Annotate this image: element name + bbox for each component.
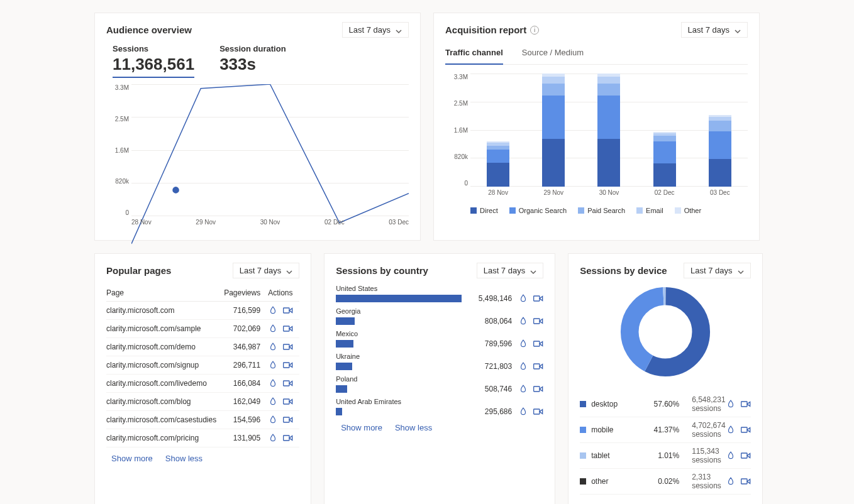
color-swatch: [580, 452, 586, 459]
tab[interactable]: Source / Medium: [522, 44, 584, 64]
legend-item: Organic Search: [509, 207, 567, 214]
heatmap-icon[interactable]: [518, 339, 528, 349]
chevron-down-icon: [530, 268, 536, 274]
range-label: Last 7 days: [688, 25, 730, 35]
heatmap-icon[interactable]: [518, 384, 528, 394]
range-label: Last 7 days: [690, 266, 733, 275]
chevron-down-icon: [738, 268, 744, 274]
svg-rect-22: [741, 479, 746, 484]
heatmap-icon[interactable]: [518, 316, 528, 326]
recordings-icon[interactable]: [533, 407, 543, 417]
svg-rect-11: [534, 341, 540, 346]
device-row: mobile 41.37% 4,702,674 sessions: [580, 417, 750, 443]
country-row: Poland 508,746: [336, 375, 543, 394]
kpi-tab[interactable]: Session duration333s: [219, 44, 286, 78]
svg-rect-14: [534, 409, 540, 414]
device-row: tablet 1.01% 115,343 sessions: [580, 443, 750, 469]
svg-rect-13: [534, 386, 540, 392]
recordings-icon[interactable]: [533, 384, 543, 394]
recordings-icon[interactable]: [283, 397, 293, 407]
color-swatch: [580, 401, 586, 407]
svg-rect-19: [741, 402, 746, 407]
info-icon[interactable]: i: [530, 26, 539, 35]
kpi-tab[interactable]: Sessions11,368,561: [113, 44, 194, 78]
chevron-down-icon: [735, 27, 741, 33]
legend-item: Direct: [470, 207, 498, 214]
show-more-link[interactable]: Show more: [341, 423, 382, 432]
recordings-icon[interactable]: [283, 360, 293, 370]
recordings-icon[interactable]: [741, 399, 751, 409]
heatmap-icon[interactable]: [726, 451, 736, 461]
bar-column: [487, 141, 509, 187]
svg-rect-9: [534, 296, 540, 301]
recordings-icon[interactable]: [533, 339, 543, 349]
recordings-icon[interactable]: [741, 451, 751, 461]
svg-rect-8: [284, 436, 289, 441]
range-label: Last 7 days: [484, 266, 526, 275]
tab[interactable]: Traffic channel: [445, 44, 503, 65]
country-row: United Arab Emirates 295,686: [336, 398, 543, 417]
svg-rect-6: [284, 399, 289, 404]
color-swatch: [580, 478, 586, 485]
legend-item: Other: [675, 207, 702, 214]
card-title: Acquisition report i: [445, 25, 539, 35]
recordings-icon[interactable]: [283, 433, 293, 443]
recordings-icon[interactable]: [533, 316, 543, 326]
sessions-by-device-card: Sessions by device Last 7 days desktop 5…: [568, 253, 762, 504]
bar-column: [597, 74, 620, 187]
legend-item: Email: [636, 207, 663, 214]
heatmap-icon[interactable]: [726, 476, 736, 486]
recordings-icon[interactable]: [741, 476, 751, 486]
color-swatch: [580, 427, 586, 433]
table-row: clarity.microsoft.com/casestudies 154,59…: [106, 411, 299, 429]
show-less-link[interactable]: Show less: [395, 423, 432, 432]
heatmap-icon[interactable]: [268, 397, 278, 407]
svg-rect-10: [534, 319, 540, 324]
svg-rect-7: [284, 417, 289, 422]
recordings-icon[interactable]: [533, 361, 543, 371]
svg-rect-20: [741, 427, 746, 432]
chevron-down-icon: [396, 27, 402, 33]
table-row: clarity.microsoft.com/livedemo 166,084: [106, 375, 299, 393]
recordings-icon[interactable]: [283, 415, 293, 425]
device-row: desktop 57.60% 6,548,231 sessions: [580, 392, 750, 417]
legend-item: Paid Search: [578, 207, 625, 214]
range-select[interactable]: Last 7 days: [684, 263, 751, 278]
show-more-link[interactable]: Show more: [111, 454, 153, 463]
recordings-icon[interactable]: [283, 378, 293, 388]
heatmap-icon[interactable]: [726, 399, 736, 409]
heatmap-icon[interactable]: [726, 425, 736, 435]
heatmap-icon[interactable]: [518, 361, 528, 371]
bar-column: [542, 74, 565, 187]
heatmap-icon[interactable]: [518, 407, 528, 417]
table-row: clarity.microsoft.com/pricing 131,905: [106, 429, 299, 447]
device-donut-chart: [618, 285, 713, 379]
bar-column: [653, 132, 676, 187]
bar-column: [709, 115, 731, 187]
heatmap-icon[interactable]: [268, 378, 278, 388]
heatmap-icon[interactable]: [268, 415, 278, 425]
recordings-icon[interactable]: [741, 425, 751, 435]
heatmap-icon[interactable]: [518, 293, 528, 304]
range-select[interactable]: Last 7 days: [681, 22, 748, 38]
range-label: Last 7 days: [349, 25, 391, 35]
acquisition-report-card: Acquisition report i Last 7 days Traffic…: [433, 13, 760, 241]
heatmap-icon[interactable]: [268, 433, 278, 443]
svg-rect-12: [534, 364, 540, 369]
card-title: Sessions by device: [580, 265, 667, 276]
show-less-link[interactable]: Show less: [165, 454, 202, 463]
range-select[interactable]: Last 7 days: [477, 263, 544, 278]
heatmap-icon[interactable]: [268, 360, 278, 370]
svg-rect-5: [284, 381, 289, 386]
svg-point-0: [172, 187, 179, 194]
range-select[interactable]: Last 7 days: [342, 22, 409, 38]
svg-rect-21: [741, 453, 746, 458]
table-row: clarity.microsoft.com/blog 162,049: [106, 393, 299, 411]
recordings-icon[interactable]: [533, 293, 543, 304]
card-title: Audience overview: [106, 25, 192, 35]
svg-rect-4: [284, 363, 289, 368]
device-row: other 0.02% 2,313 sessions: [580, 469, 750, 495]
audience-overview-card: Audience overview Last 7 days Sessions11…: [94, 13, 421, 241]
